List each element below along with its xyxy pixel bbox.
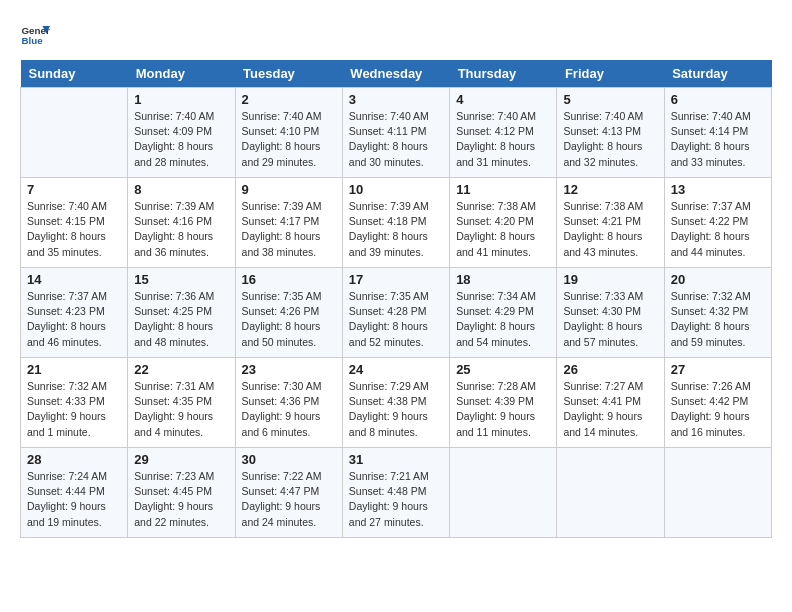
calendar-cell: 17Sunrise: 7:35 AM Sunset: 4:28 PM Dayli… — [342, 268, 449, 358]
svg-text:Blue: Blue — [22, 35, 44, 46]
day-number: 17 — [349, 272, 443, 287]
calendar-cell: 14Sunrise: 7:37 AM Sunset: 4:23 PM Dayli… — [21, 268, 128, 358]
calendar-cell: 30Sunrise: 7:22 AM Sunset: 4:47 PM Dayli… — [235, 448, 342, 538]
day-number: 5 — [563, 92, 657, 107]
page-header: General Blue — [20, 20, 772, 50]
day-header-tuesday: Tuesday — [235, 60, 342, 88]
calendar-week-row: 14Sunrise: 7:37 AM Sunset: 4:23 PM Dayli… — [21, 268, 772, 358]
day-info: Sunrise: 7:40 AM Sunset: 4:14 PM Dayligh… — [671, 109, 765, 170]
calendar-header-row: SundayMondayTuesdayWednesdayThursdayFrid… — [21, 60, 772, 88]
day-header-monday: Monday — [128, 60, 235, 88]
day-info: Sunrise: 7:40 AM Sunset: 4:09 PM Dayligh… — [134, 109, 228, 170]
day-info: Sunrise: 7:22 AM Sunset: 4:47 PM Dayligh… — [242, 469, 336, 530]
day-number: 2 — [242, 92, 336, 107]
calendar-cell: 5Sunrise: 7:40 AM Sunset: 4:13 PM Daylig… — [557, 88, 664, 178]
calendar-cell: 24Sunrise: 7:29 AM Sunset: 4:38 PM Dayli… — [342, 358, 449, 448]
calendar-cell: 21Sunrise: 7:32 AM Sunset: 4:33 PM Dayli… — [21, 358, 128, 448]
day-number: 7 — [27, 182, 121, 197]
calendar-cell: 28Sunrise: 7:24 AM Sunset: 4:44 PM Dayli… — [21, 448, 128, 538]
day-number: 1 — [134, 92, 228, 107]
day-number: 26 — [563, 362, 657, 377]
day-info: Sunrise: 7:39 AM Sunset: 4:17 PM Dayligh… — [242, 199, 336, 260]
calendar-cell — [664, 448, 771, 538]
calendar-cell: 23Sunrise: 7:30 AM Sunset: 4:36 PM Dayli… — [235, 358, 342, 448]
calendar-week-row: 28Sunrise: 7:24 AM Sunset: 4:44 PM Dayli… — [21, 448, 772, 538]
day-number: 12 — [563, 182, 657, 197]
calendar-cell: 1Sunrise: 7:40 AM Sunset: 4:09 PM Daylig… — [128, 88, 235, 178]
day-info: Sunrise: 7:37 AM Sunset: 4:22 PM Dayligh… — [671, 199, 765, 260]
calendar-cell: 22Sunrise: 7:31 AM Sunset: 4:35 PM Dayli… — [128, 358, 235, 448]
day-info: Sunrise: 7:31 AM Sunset: 4:35 PM Dayligh… — [134, 379, 228, 440]
calendar-week-row: 21Sunrise: 7:32 AM Sunset: 4:33 PM Dayli… — [21, 358, 772, 448]
calendar-cell: 26Sunrise: 7:27 AM Sunset: 4:41 PM Dayli… — [557, 358, 664, 448]
calendar-cell: 3Sunrise: 7:40 AM Sunset: 4:11 PM Daylig… — [342, 88, 449, 178]
calendar-cell — [450, 448, 557, 538]
day-number: 14 — [27, 272, 121, 287]
day-info: Sunrise: 7:40 AM Sunset: 4:13 PM Dayligh… — [563, 109, 657, 170]
calendar-cell — [21, 88, 128, 178]
calendar-cell: 31Sunrise: 7:21 AM Sunset: 4:48 PM Dayli… — [342, 448, 449, 538]
day-number: 27 — [671, 362, 765, 377]
day-number: 4 — [456, 92, 550, 107]
day-info: Sunrise: 7:35 AM Sunset: 4:26 PM Dayligh… — [242, 289, 336, 350]
calendar-cell: 10Sunrise: 7:39 AM Sunset: 4:18 PM Dayli… — [342, 178, 449, 268]
day-number: 9 — [242, 182, 336, 197]
calendar-cell: 18Sunrise: 7:34 AM Sunset: 4:29 PM Dayli… — [450, 268, 557, 358]
calendar-table: SundayMondayTuesdayWednesdayThursdayFrid… — [20, 60, 772, 538]
calendar-cell: 2Sunrise: 7:40 AM Sunset: 4:10 PM Daylig… — [235, 88, 342, 178]
day-header-thursday: Thursday — [450, 60, 557, 88]
calendar-week-row: 1Sunrise: 7:40 AM Sunset: 4:09 PM Daylig… — [21, 88, 772, 178]
day-info: Sunrise: 7:29 AM Sunset: 4:38 PM Dayligh… — [349, 379, 443, 440]
day-number: 19 — [563, 272, 657, 287]
day-number: 10 — [349, 182, 443, 197]
day-info: Sunrise: 7:30 AM Sunset: 4:36 PM Dayligh… — [242, 379, 336, 440]
calendar-cell — [557, 448, 664, 538]
day-number: 13 — [671, 182, 765, 197]
day-info: Sunrise: 7:40 AM Sunset: 4:12 PM Dayligh… — [456, 109, 550, 170]
calendar-cell: 7Sunrise: 7:40 AM Sunset: 4:15 PM Daylig… — [21, 178, 128, 268]
day-info: Sunrise: 7:40 AM Sunset: 4:15 PM Dayligh… — [27, 199, 121, 260]
day-number: 22 — [134, 362, 228, 377]
logo-icon: General Blue — [20, 20, 50, 50]
day-header-saturday: Saturday — [664, 60, 771, 88]
day-number: 11 — [456, 182, 550, 197]
day-number: 18 — [456, 272, 550, 287]
day-info: Sunrise: 7:36 AM Sunset: 4:25 PM Dayligh… — [134, 289, 228, 350]
day-number: 16 — [242, 272, 336, 287]
calendar-cell: 12Sunrise: 7:38 AM Sunset: 4:21 PM Dayli… — [557, 178, 664, 268]
day-info: Sunrise: 7:28 AM Sunset: 4:39 PM Dayligh… — [456, 379, 550, 440]
day-number: 28 — [27, 452, 121, 467]
day-info: Sunrise: 7:38 AM Sunset: 4:20 PM Dayligh… — [456, 199, 550, 260]
day-header-friday: Friday — [557, 60, 664, 88]
calendar-cell: 16Sunrise: 7:35 AM Sunset: 4:26 PM Dayli… — [235, 268, 342, 358]
day-number: 15 — [134, 272, 228, 287]
day-info: Sunrise: 7:32 AM Sunset: 4:32 PM Dayligh… — [671, 289, 765, 350]
day-info: Sunrise: 7:39 AM Sunset: 4:16 PM Dayligh… — [134, 199, 228, 260]
day-info: Sunrise: 7:32 AM Sunset: 4:33 PM Dayligh… — [27, 379, 121, 440]
day-info: Sunrise: 7:26 AM Sunset: 4:42 PM Dayligh… — [671, 379, 765, 440]
day-number: 3 — [349, 92, 443, 107]
day-info: Sunrise: 7:33 AM Sunset: 4:30 PM Dayligh… — [563, 289, 657, 350]
day-info: Sunrise: 7:35 AM Sunset: 4:28 PM Dayligh… — [349, 289, 443, 350]
calendar-cell: 6Sunrise: 7:40 AM Sunset: 4:14 PM Daylig… — [664, 88, 771, 178]
day-number: 8 — [134, 182, 228, 197]
logo: General Blue — [20, 20, 54, 50]
day-info: Sunrise: 7:21 AM Sunset: 4:48 PM Dayligh… — [349, 469, 443, 530]
calendar-cell: 27Sunrise: 7:26 AM Sunset: 4:42 PM Dayli… — [664, 358, 771, 448]
day-number: 21 — [27, 362, 121, 377]
day-number: 29 — [134, 452, 228, 467]
calendar-cell: 29Sunrise: 7:23 AM Sunset: 4:45 PM Dayli… — [128, 448, 235, 538]
calendar-cell: 11Sunrise: 7:38 AM Sunset: 4:20 PM Dayli… — [450, 178, 557, 268]
day-number: 25 — [456, 362, 550, 377]
calendar-cell: 20Sunrise: 7:32 AM Sunset: 4:32 PM Dayli… — [664, 268, 771, 358]
day-info: Sunrise: 7:39 AM Sunset: 4:18 PM Dayligh… — [349, 199, 443, 260]
day-number: 24 — [349, 362, 443, 377]
day-number: 6 — [671, 92, 765, 107]
day-info: Sunrise: 7:40 AM Sunset: 4:10 PM Dayligh… — [242, 109, 336, 170]
calendar-cell: 9Sunrise: 7:39 AM Sunset: 4:17 PM Daylig… — [235, 178, 342, 268]
calendar-cell: 4Sunrise: 7:40 AM Sunset: 4:12 PM Daylig… — [450, 88, 557, 178]
day-info: Sunrise: 7:38 AM Sunset: 4:21 PM Dayligh… — [563, 199, 657, 260]
day-info: Sunrise: 7:24 AM Sunset: 4:44 PM Dayligh… — [27, 469, 121, 530]
day-number: 31 — [349, 452, 443, 467]
day-number: 23 — [242, 362, 336, 377]
